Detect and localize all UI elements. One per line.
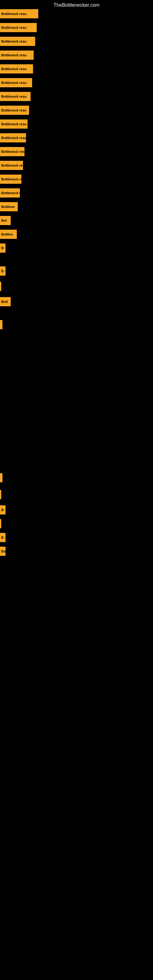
- bar-label-14: Bottlene: [1, 205, 15, 208]
- bar-label-0: Bottleneck resu: [1, 12, 27, 16]
- bar-label-3: Bottleneck resu: [1, 53, 27, 57]
- bar-label-8: Bottleneck resu: [1, 122, 27, 126]
- bar-label-26: B: [1, 536, 4, 539]
- bar-item-12: Bottleneck re: [0, 175, 21, 184]
- bar-label-20: Bott: [1, 300, 8, 304]
- bar-label-13: Bottleneck re: [1, 191, 20, 195]
- bar-label-27: Bo: [1, 549, 5, 553]
- bar-item-27: Bo: [0, 547, 5, 556]
- bar-label-2: Bottleneck resu: [1, 40, 27, 43]
- bar-item-22: [0, 473, 2, 482]
- bar-item-3: Bottleneck resu: [0, 51, 33, 60]
- bar-item-14: Bottlene: [0, 202, 18, 211]
- bar-item-17: B: [0, 243, 5, 253]
- bar-label-7: Bottleneck resu: [1, 108, 27, 112]
- bar-item-1: Bottleneck resu: [0, 23, 37, 32]
- bar-label-4: Bottleneck resu: [1, 67, 27, 71]
- bar-label-6: Bottleneck resu: [1, 95, 27, 98]
- bar-item-21: [0, 320, 2, 329]
- bar-item-8: Bottleneck resu: [0, 119, 27, 129]
- bar-item-9: Bottleneck resu: [0, 133, 26, 142]
- bar-label-5: Bottleneck resu: [1, 81, 27, 84]
- bar-item-10: Bottleneck res: [0, 147, 24, 156]
- bar-label-17: B: [1, 246, 4, 250]
- bar-label-18: B: [1, 269, 4, 273]
- bar-label-16: Bottlen: [1, 232, 13, 236]
- bar-item-2: Bottleneck resu: [0, 37, 35, 46]
- bar-item-19: [0, 282, 1, 291]
- bar-item-5: Bottleneck resu: [0, 78, 32, 87]
- bar-item-26: B: [0, 533, 5, 542]
- bar-item-15: Bot: [0, 216, 11, 225]
- bar-item-25: [0, 519, 1, 528]
- bar-item-16: Bottlen: [0, 230, 17, 239]
- bar-item-7: Bottleneck resu: [0, 106, 29, 115]
- bar-label-24: B: [1, 508, 4, 512]
- bar-label-15: Bot: [1, 219, 7, 222]
- bar-label-10: Bottleneck res: [1, 150, 24, 153]
- bar-item-11: Bottleneck re: [0, 161, 23, 170]
- bar-item-23: [0, 490, 1, 499]
- bar-item-18: B: [0, 266, 5, 275]
- bar-label-12: Bottleneck re: [1, 177, 21, 181]
- bar-item-20: Bott: [0, 297, 11, 306]
- bar-label-9: Bottleneck resu: [1, 136, 26, 140]
- bar-label-1: Bottleneck resu: [1, 26, 27, 29]
- site-title: TheBottlenecker.com: [0, 0, 153, 10]
- bar-item-13: Bottleneck re: [0, 188, 20, 197]
- bar-label-11: Bottleneck re: [1, 164, 22, 167]
- bar-item-6: Bottleneck resu: [0, 92, 30, 101]
- bar-item-0: Bottleneck resu: [0, 9, 38, 18]
- bar-item-24: B: [0, 505, 5, 514]
- bar-item-4: Bottleneck resu: [0, 64, 33, 73]
